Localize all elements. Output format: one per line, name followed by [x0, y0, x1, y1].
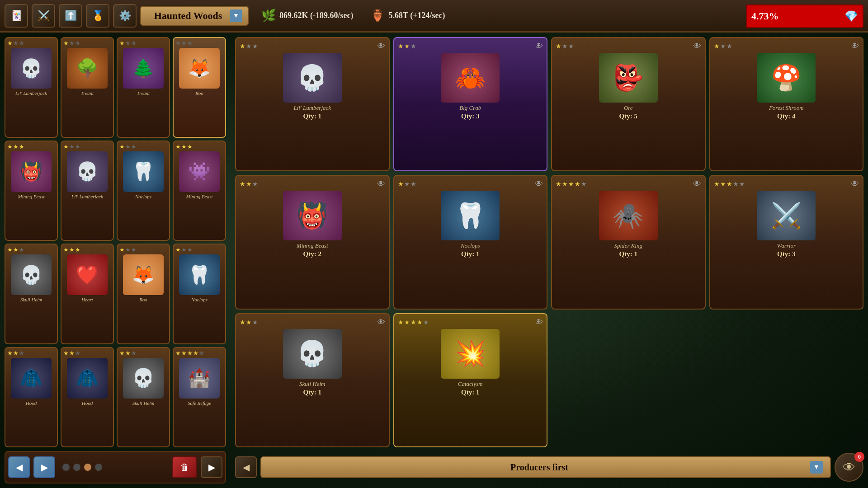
eye-icon[interactable]: 👁	[535, 42, 543, 51]
nav-settings[interactable]: ⚙️	[113, 4, 137, 28]
monster-card-5[interactable]: ★★★👁🦷NoclopsQty: 1	[393, 175, 548, 309]
card-item[interactable]: ★★★★★🏰Safe Refuge	[173, 347, 226, 448]
card-image: 🦷	[123, 151, 164, 192]
star-1: ★	[125, 350, 131, 357]
monster-image: 💀	[283, 53, 342, 103]
monster-card-4[interactable]: ★★★👁👹Mining BeastQty: 2	[235, 175, 390, 309]
card-item[interactable]: ★★★💀Lil' Lumberjack	[61, 141, 114, 241]
card-name: Noclops	[191, 297, 208, 302]
monster-image: 🦷	[441, 191, 500, 240]
clear-button[interactable]: 🗑	[172, 456, 197, 478]
star-2: ★	[75, 350, 80, 357]
star-2: ★	[187, 350, 193, 357]
monster-card-7[interactable]: ★★★★★👁⚔️WarriorQty: 3	[709, 175, 864, 309]
card-image: 💀	[11, 254, 52, 295]
notification-badge: 0	[854, 452, 864, 462]
eye-icon[interactable]: 👁	[535, 179, 543, 189]
nav-cards[interactable]: 🃏	[5, 4, 28, 28]
star-2: ★	[19, 143, 24, 150]
star-2: ★	[19, 246, 24, 253]
m-star-0: ★	[398, 319, 404, 326]
card-item[interactable]: ★★★🦷Noclops	[173, 244, 226, 344]
eye-icon[interactable]: 👁	[851, 42, 859, 51]
card-stars: ★★★	[119, 246, 137, 253]
star-2: ★	[131, 40, 137, 47]
monster-name: Orc	[624, 104, 633, 112]
card-item[interactable]: ★★★❤️Heart	[61, 244, 114, 344]
monster-card-1[interactable]: ★★★👁🦀Big CrabQty: 3	[393, 37, 548, 171]
notification-button[interactable]: 👁 0	[835, 453, 863, 482]
sort-label: Producers first	[269, 462, 810, 473]
nav-upgrade[interactable]: ⬆️	[59, 4, 82, 28]
m-star-3: ★	[417, 319, 423, 326]
monster-card-6[interactable]: ★★★★★👁🕷️Spider KingQty: 1	[551, 175, 706, 309]
monster-card-3[interactable]: ★★★👁🍄Forest ShroomQty: 4	[709, 37, 864, 171]
star-0: ★	[7, 40, 13, 47]
location-dropdown-arrow[interactable]: ▼	[230, 9, 242, 22]
card-item[interactable]: ★★★🌳Treant	[61, 37, 114, 138]
page-dot-0[interactable]	[62, 464, 70, 471]
sort-selector[interactable]: Producers first ▼	[260, 456, 831, 478]
card-item[interactable]: ★★★👾Mining Beast	[173, 141, 226, 241]
card-grid: ★★★💀Lil' Lumberjack★★★🌳Treant★★★🌲Treant★…	[5, 37, 226, 447]
monster-card-8[interactable]: ★★★👁💀Skull HelmQty: 1	[235, 313, 390, 447]
monster-card-2[interactable]: ★★★👁👺OrcQty: 5	[551, 37, 706, 171]
eye-icon[interactable]: 👁	[693, 42, 701, 51]
monster-image: 🕷️	[599, 191, 658, 240]
monster-stars: ★★★	[240, 319, 258, 326]
monster-stars: ★★★★★	[714, 180, 745, 188]
monster-header: ★★★★★👁	[556, 179, 701, 189]
page-dot-1[interactable]	[73, 464, 80, 471]
m-star-0: ★	[398, 42, 404, 50]
card-item[interactable]: ★★★🌲Treant	[117, 37, 170, 138]
card-item[interactable]: ★★★🧥Hood	[61, 347, 114, 448]
card-item[interactable]: ★★★💀Skull Helm	[5, 244, 58, 344]
monster-card-0[interactable]: ★★★👁💀Lil' LumberjackQty: 1	[235, 37, 390, 171]
star-1: ★	[181, 40, 187, 47]
sort-dropdown-arrow[interactable]: ▼	[810, 461, 823, 474]
star-1: ★	[181, 143, 187, 150]
location-selector[interactable]: Haunted Woods ▼	[140, 6, 249, 26]
prev-button[interactable]: ◀	[8, 456, 30, 478]
eye-icon[interactable]: 👁	[851, 179, 859, 189]
card-image: 🌲	[123, 48, 164, 89]
card-item[interactable]: ★★★🦊Roo	[117, 244, 170, 344]
eye-icon[interactable]: 👁	[377, 179, 385, 189]
monster-qty: Qty: 1	[303, 113, 321, 120]
monster-card-9[interactable]: ★★★★★👁💥CataclysmQty: 1	[393, 313, 548, 447]
star-2: ★	[75, 143, 80, 150]
star-1: ★	[69, 143, 75, 150]
star-1: ★	[125, 143, 131, 150]
monster-image: 👹	[283, 191, 342, 240]
monster-name: Skull Helm	[299, 380, 325, 388]
left-nav-button[interactable]: ◀	[235, 456, 257, 478]
monster-header: ★★★★★👁	[398, 318, 543, 327]
card-item[interactable]: ★★★🧥Hood	[5, 347, 58, 448]
card-name: Noclops	[135, 194, 151, 199]
card-stars: ★★★	[175, 246, 193, 253]
monster-name: Mining Beast	[297, 242, 328, 249]
next-button[interactable]: ▶	[33, 456, 55, 478]
expand-button[interactable]: ▶	[201, 456, 222, 478]
card-item[interactable]: ★★★🦷Noclops	[117, 141, 170, 241]
card-item[interactable]: ★★★🦊Roo	[173, 37, 226, 138]
monster-name: Cataclysm	[458, 380, 483, 388]
resource2-icon: 🏺	[370, 9, 385, 23]
eye-icon[interactable]: 👁	[377, 42, 385, 51]
card-image: ❤️	[67, 254, 108, 295]
m-star-1: ★	[246, 180, 252, 188]
card-stars: ★★★	[175, 40, 193, 47]
page-dot-2[interactable]	[84, 464, 91, 471]
star-0: ★	[63, 350, 69, 357]
card-item[interactable]: ★★★👹Mining Beast	[5, 141, 58, 241]
card-item[interactable]: ★★★💀Skull Helm	[117, 347, 170, 448]
m-star-4: ★	[739, 180, 745, 188]
card-item[interactable]: ★★★💀Lil' Lumberjack	[5, 37, 58, 138]
monster-stars: ★★★	[556, 42, 574, 50]
nav-achievements[interactable]: 🏅	[86, 4, 109, 28]
eye-icon[interactable]: 👁	[693, 179, 701, 189]
nav-battle[interactable]: ⚔️	[32, 4, 55, 28]
eye-icon[interactable]: 👁	[535, 318, 543, 327]
eye-icon[interactable]: 👁	[377, 318, 385, 327]
page-dot-3[interactable]	[95, 464, 102, 471]
